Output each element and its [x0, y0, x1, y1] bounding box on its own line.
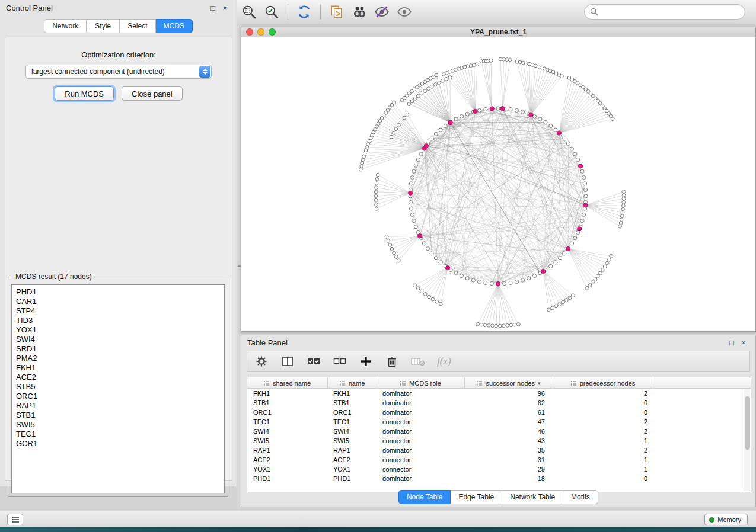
table-cell[interactable]: dominator — [377, 398, 465, 408]
show-selection-icon[interactable] — [393, 2, 416, 21]
mcds-result-item[interactable]: GCR1 — [16, 439, 224, 448]
table-row[interactable]: SWI5SWI5connector431 — [247, 436, 751, 446]
table-cell[interactable]: 61 — [465, 408, 553, 417]
table-cell[interactable]: 18 — [465, 474, 553, 483]
table-row[interactable]: RAP1RAP1dominator352 — [247, 446, 751, 455]
minimize-window-icon[interactable] — [257, 28, 264, 36]
table-row[interactable]: FKH1FKH1dominator962 — [247, 389, 751, 398]
optimization-criterion-select[interactable]: largest connected component (undirected) — [25, 65, 212, 79]
status-menu-button[interactable] — [7, 514, 23, 525]
mcds-result-item[interactable]: PMA2 — [16, 354, 224, 363]
table-cell[interactable]: 2 — [553, 417, 653, 427]
table-cell[interactable]: SWI4 — [247, 427, 328, 436]
table-tab-edge-table[interactable]: Edge Table — [451, 490, 502, 504]
table-cell[interactable]: 2 — [553, 427, 653, 436]
sort-chevron-icon[interactable]: ▾ — [538, 380, 541, 386]
delete-column-icon[interactable] — [385, 354, 399, 368]
mcds-result-item[interactable]: CAR1 — [16, 297, 224, 306]
close-window-icon[interactable] — [246, 28, 253, 36]
mcds-result-item[interactable]: SWI5 — [16, 420, 224, 430]
table-cell[interactable]: dominator — [377, 427, 465, 436]
table-cell[interactable]: dominator — [377, 389, 465, 398]
table-cell[interactable]: dominator — [377, 474, 465, 483]
table-cell[interactable]: 1 — [553, 464, 653, 474]
table-cell[interactable]: 35 — [465, 446, 553, 455]
table-row[interactable]: SWI4SWI4dominator462 — [247, 427, 751, 436]
table-cell[interactable]: 0 — [553, 408, 653, 417]
table-cell[interactable]: SWI5 — [247, 436, 328, 446]
memory-button[interactable]: Memory — [704, 514, 748, 525]
mcds-result-item[interactable]: ORC1 — [16, 392, 224, 401]
close-table-panel-icon[interactable]: × — [738, 338, 749, 347]
table-cell[interactable]: YOX1 — [247, 464, 328, 474]
table-tab-motifs[interactable]: Motifs — [563, 490, 598, 504]
table-cell[interactable]: ACE2 — [247, 455, 328, 464]
table-cell[interactable]: connector — [377, 436, 465, 446]
select-all-icon[interactable] — [307, 354, 321, 368]
search-network-icon[interactable] — [348, 2, 371, 21]
mcds-result-item[interactable]: STB5 — [16, 382, 224, 392]
hide-selection-icon[interactable] — [371, 2, 393, 21]
table-cell[interactable]: 31 — [465, 455, 553, 464]
table-cell[interactable]: SWI5 — [328, 436, 377, 446]
float-table-panel-icon[interactable]: □ — [726, 338, 738, 347]
table-cell[interactable]: FKH1 — [328, 389, 377, 398]
mcds-result-item[interactable]: PHD1 — [16, 287, 224, 297]
table-cell[interactable]: 96 — [465, 389, 553, 398]
column-header-predecessor-nodes[interactable]: predecessor nodes — [553, 377, 653, 389]
table-row[interactable]: YOX1YOX1connector291 — [247, 464, 751, 474]
table-cell[interactable]: ACE2 — [328, 455, 377, 464]
copy-document-icon[interactable] — [326, 2, 348, 21]
column-header-shared-name[interactable]: shared name — [247, 377, 328, 389]
table-cell[interactable]: 0 — [553, 474, 653, 483]
table-cell[interactable]: 43 — [465, 436, 553, 446]
table-cell[interactable]: 1 — [553, 455, 653, 464]
table-cell[interactable]: PHD1 — [328, 474, 377, 483]
network-canvas[interactable] — [241, 37, 755, 331]
mcds-result-item[interactable]: TID3 — [16, 316, 224, 325]
table-tab-node-table[interactable]: Node Table — [398, 490, 451, 504]
mcds-result-item[interactable]: STB1 — [16, 411, 224, 420]
column-header-MCDS-role[interactable]: MCDS role — [377, 377, 465, 389]
table-cell[interactable]: RAP1 — [247, 446, 328, 455]
table-settings-gear-icon[interactable] — [254, 354, 269, 368]
table-cell[interactable]: connector — [377, 464, 465, 474]
mcds-result-item[interactable]: TEC1 — [16, 430, 224, 439]
table-cell[interactable]: 1 — [553, 436, 653, 446]
mcds-result-item[interactable]: YOX1 — [16, 325, 224, 335]
table-cell[interactable]: 46 — [465, 427, 553, 436]
tab-mcds[interactable]: MCDS — [156, 19, 193, 33]
network-window-titlebar[interactable]: YPA_prune.txt_1 — [241, 27, 755, 37]
table-cell[interactable]: FKH1 — [247, 389, 328, 398]
function-builder-icon[interactable]: f(x) — [437, 355, 451, 367]
table-cell[interactable]: 47 — [465, 417, 553, 427]
column-header-name[interactable]: name — [328, 377, 377, 389]
table-cell[interactable]: connector — [377, 417, 465, 427]
table-scrollbar[interactable] — [744, 389, 750, 491]
table-cell[interactable]: RAP1 — [328, 446, 377, 455]
table-cell[interactable]: 0 — [553, 398, 653, 408]
unselect-all-icon[interactable] — [333, 354, 347, 368]
table-cell[interactable]: dominator — [377, 408, 465, 417]
table-row[interactable]: STB1STB1dominator620 — [247, 398, 751, 408]
mcds-result-item[interactable]: SWI4 — [16, 335, 224, 344]
table-row[interactable]: ORC1ORC1dominator610 — [247, 408, 751, 417]
mcds-result-item[interactable]: FKH1 — [16, 363, 224, 373]
table-cell[interactable]: 2 — [553, 446, 653, 455]
mcds-result-item[interactable]: ACE2 — [16, 373, 224, 382]
column-header-successor-nodes[interactable]: successor nodes▾ — [465, 377, 553, 389]
table-cell[interactable]: connector — [377, 455, 465, 464]
column-selector-icon[interactable] — [280, 354, 295, 368]
run-mcds-button[interactable]: Run MCDS — [55, 86, 114, 101]
table-cell[interactable]: TEC1 — [247, 417, 328, 427]
table-row[interactable]: PHD1PHD1dominator180 — [247, 474, 751, 483]
add-column-icon[interactable] — [359, 354, 373, 368]
search-input[interactable] — [601, 6, 745, 18]
zoom-selected-icon[interactable] — [260, 2, 283, 21]
table-cell[interactable]: dominator — [377, 446, 465, 455]
table-cell[interactable]: 29 — [465, 464, 553, 474]
float-panel-icon[interactable]: □ — [207, 4, 219, 12]
close-panel-button[interactable]: Close panel — [122, 86, 183, 101]
table-cell[interactable]: YOX1 — [328, 464, 377, 474]
tab-select[interactable]: Select — [120, 19, 155, 33]
